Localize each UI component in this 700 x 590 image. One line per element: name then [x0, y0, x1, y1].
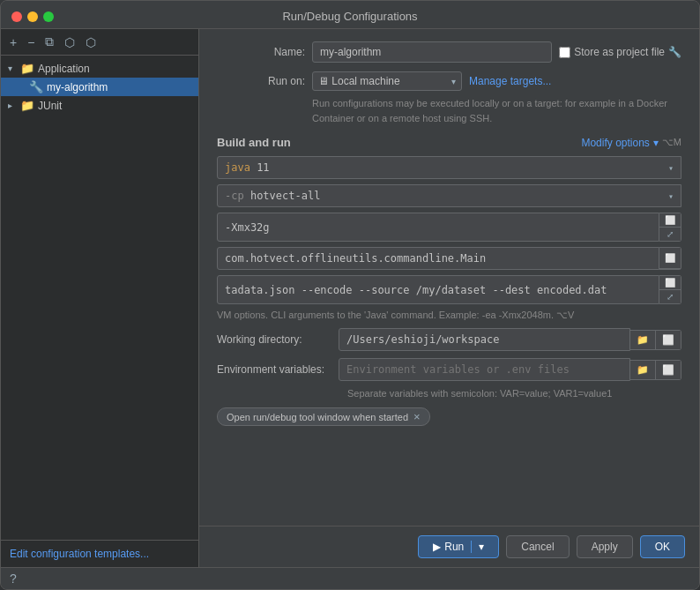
program-args-popout-button[interactable]: ⤢ [659, 290, 681, 303]
main-class-action-buttons: ⬜ [659, 247, 681, 270]
tree-item-application[interactable]: ▾ 📁 Application [1, 59, 198, 78]
name-row: Name: Store as project file 🔧 [217, 41, 681, 63]
modify-options-shortcut: ⌥M [662, 137, 681, 148]
run-dropdown-arrow: ▾ [479, 541, 484, 553]
java-version-value: java 11 [225, 161, 270, 174]
tags-area: Open run/debug tool window when started … [217, 407, 681, 426]
vm-options-input[interactable] [217, 213, 659, 242]
minimize-button[interactable] [27, 11, 38, 22]
vm-options-action-buttons: ⬜ ⤢ [659, 213, 681, 242]
edit-templates-link[interactable]: Edit configuration templates... [10, 548, 149, 560]
run-debug-configurations-dialog: Run/Debug Configurations + − ⧉ ⬡ ⬡ ▾ 📁 A… [0, 0, 700, 590]
working-directory-label: Working directory: [217, 333, 331, 346]
vm-hint-text: VM options. CLI arguments to the 'Java' … [217, 310, 681, 321]
form-area: Name: Store as project file 🔧 Run on: 🖥 … [199, 29, 699, 526]
env-variables-action-buttons: 📁 ⬜ [630, 360, 681, 380]
env-hint-text: Separate variables with semicolon: VAR=v… [347, 388, 681, 399]
java-version-row: java 11 ▾ [217, 156, 681, 179]
cancel-button[interactable]: Cancel [506, 535, 569, 558]
sidebar-footer: Edit configuration templates... [1, 540, 198, 567]
move-config-button[interactable]: ⬡ [61, 34, 78, 51]
open-tool-window-label: Open run/debug tool window when started [227, 412, 408, 422]
right-panel: Name: Store as project file 🔧 Run on: 🖥 … [199, 29, 699, 567]
sort-config-button[interactable]: ⬡ [82, 34, 100, 51]
help-button[interactable]: ? [10, 571, 17, 586]
copy-config-button[interactable]: ⧉ [41, 33, 57, 51]
main-class-input[interactable] [217, 247, 659, 270]
run-button[interactable]: ▶ Run ▾ [418, 535, 499, 558]
config-icon: 🔧 [29, 80, 43, 93]
chevron-down-icon: ▾ [668, 191, 674, 201]
apply-button[interactable]: Apply [577, 535, 633, 558]
name-label: Name: [217, 46, 305, 58]
working-dir-browse-button[interactable]: 📁 [630, 331, 655, 349]
classpath-row: -cp hotvect-all ▾ [217, 184, 681, 207]
close-button[interactable] [11, 11, 22, 22]
vm-options-row: ⬜ ⤢ [217, 213, 681, 242]
env-variables-input-wrap: 📁 ⬜ [339, 358, 681, 381]
program-args-input[interactable] [217, 275, 659, 304]
run-dropdown-sep [471, 541, 472, 553]
chevron-down-icon: ▾ [8, 63, 19, 73]
open-tool-window-tag: Open run/debug tool window when started … [217, 407, 430, 426]
env-variables-row: Environment variables: 📁 ⬜ [217, 358, 681, 381]
tree-item-my-algorithm-label: my-algorithm [47, 81, 108, 93]
vm-options-popout-button[interactable]: ⤢ [659, 228, 681, 241]
working-dir-action-buttons: 📁 ⬜ [630, 330, 681, 350]
bottom-bar: ? [1, 567, 699, 589]
traffic-lights [11, 11, 54, 22]
remove-tag-button[interactable]: × [413, 411, 421, 422]
classpath-dropdown[interactable]: -cp hotvect-all ▾ [217, 184, 681, 207]
run-on-row: Run on: 🖥 Local machine ▾ Manage targets… [217, 71, 681, 91]
ok-button[interactable]: OK [640, 535, 685, 558]
java-dropdown[interactable]: java 11 ▾ [217, 156, 681, 179]
remove-config-button[interactable]: − [24, 34, 38, 51]
program-args-action-buttons: ⬜ ⤢ [659, 275, 681, 304]
working-directory-input[interactable] [339, 328, 630, 351]
working-dir-expand-button[interactable]: ⬜ [655, 331, 681, 349]
working-directory-input-wrap: 📁 ⬜ [339, 328, 681, 351]
tree-item-application-label: Application [38, 63, 90, 75]
footer-buttons: ▶ Run ▾ Cancel Apply OK [199, 526, 699, 567]
run-on-hint: Run configurations may be executed local… [312, 96, 681, 125]
env-variables-browse-button[interactable]: 📁 [630, 361, 655, 379]
junit-icon: 📁 [20, 99, 34, 112]
program-args-expand-button[interactable]: ⬜ [659, 276, 681, 290]
main-content: + − ⧉ ⬡ ⬡ ▾ 📁 Application 🔧 my-algorithm [1, 29, 699, 567]
main-class-expand-button[interactable]: ⬜ [659, 248, 681, 269]
manage-targets-link[interactable]: Manage targets... [469, 75, 551, 87]
title-bar: Run/Debug Configurations [1, 1, 699, 29]
main-class-row: ⬜ [217, 247, 681, 270]
config-tree: ▾ 📁 Application 🔧 my-algorithm ▸ 📁 JUnit [1, 56, 198, 540]
modify-options-label: Modify options [581, 137, 649, 149]
name-input[interactable] [312, 41, 552, 63]
run-icon: ▶ [433, 541, 441, 553]
run-on-label: Run on: [217, 75, 305, 87]
store-checkbox-label: Store as project file [574, 46, 665, 58]
run-on-value: 🖥 Local machine [318, 75, 400, 87]
build-run-section-header: Build and run Modify options ▾ ⌥M [217, 136, 681, 149]
tree-item-junit[interactable]: ▸ 📁 JUnit [1, 96, 198, 115]
sidebar-toolbar: + − ⧉ ⬡ ⬡ [1, 29, 198, 56]
env-variables-expand-button[interactable]: ⬜ [655, 361, 681, 379]
chevron-down-icon: ▾ [451, 77, 456, 86]
run-on-dropdown[interactable]: 🖥 Local machine ▾ [312, 71, 462, 91]
vm-options-expand-button[interactable]: ⬜ [659, 213, 681, 228]
add-config-button[interactable]: + [6, 34, 20, 51]
modify-options-button[interactable]: Modify options ▾ ⌥M [581, 137, 681, 149]
tree-item-my-algorithm[interactable]: 🔧 my-algorithm [1, 78, 198, 96]
env-variables-input[interactable] [339, 358, 630, 381]
build-run-title: Build and run [217, 136, 291, 149]
program-args-row: ⬜ ⤢ [217, 275, 681, 304]
sidebar: + − ⧉ ⬡ ⬡ ▾ 📁 Application 🔧 my-algorithm [1, 29, 199, 567]
store-icon: 🔧 [668, 46, 681, 58]
store-row: Store as project file 🔧 [559, 46, 681, 58]
run-button-label: Run [444, 541, 464, 553]
classpath-value: -cp hotvect-all [225, 190, 320, 202]
folder-icon: 📁 [20, 62, 34, 75]
store-as-project-file-checkbox[interactable] [559, 47, 570, 58]
working-directory-row: Working directory: 📁 ⬜ [217, 328, 681, 351]
dialog-title: Run/Debug Configurations [282, 10, 417, 23]
maximize-button[interactable] [43, 11, 54, 22]
chevron-down-icon: ▾ [653, 137, 659, 149]
